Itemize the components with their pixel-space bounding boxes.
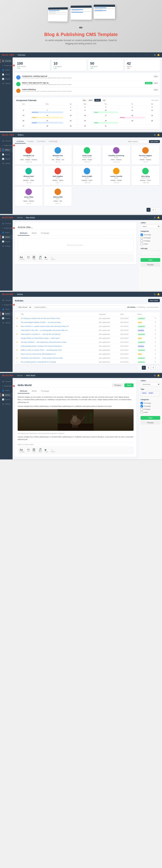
row-edit-btn[interactable]: ✎ xyxy=(155,353,156,355)
tags-area-ad[interactable]: Nature Wildlife xyxy=(140,391,160,397)
editor-tool-heading[interactable]: Aa Heading xyxy=(19,255,25,260)
sidebar-item-writers-na[interactable]: 👤 Writers xyxy=(0,230,12,235)
cal-day[interactable]: 16 xyxy=(77,114,93,119)
cal-day[interactable] xyxy=(146,124,158,128)
cal-day[interactable]: 9 xyxy=(77,109,93,114)
sidebar-item-reports-w[interactable]: 📊 Reports xyxy=(0,157,12,161)
cal-day[interactable]: 2 xyxy=(77,105,93,109)
article-tab-frontpage[interactable]: Frontpage xyxy=(39,231,52,236)
tab-all-writers[interactable]: All Writers xyxy=(15,140,26,144)
sidebar-item-assignments-na[interactable]: ✓ Assignments 6 xyxy=(0,226,12,230)
sidebar-item-overview-al[interactable]: ⊞ Overview xyxy=(0,298,12,302)
sidebar-item-settings-na[interactable]: ⚙ Settings xyxy=(0,244,12,248)
cal-day[interactable]: 4 xyxy=(119,105,146,109)
cal-day[interactable]: 3 xyxy=(93,105,119,109)
editor-tool-photo[interactable]: 🖼 Photo xyxy=(32,255,36,260)
page-btn-next[interactable]: › xyxy=(156,208,160,212)
cal-day[interactable]: 15 xyxy=(64,114,77,119)
save-btn-ad[interactable]: Save xyxy=(124,383,134,387)
topnav-articles-al[interactable]: Articles xyxy=(17,293,23,295)
cal-day[interactable]: 28 xyxy=(31,124,64,128)
bell-icon-al[interactable]: 🔔 xyxy=(157,293,160,296)
save-btn-right-ad[interactable]: Save xyxy=(140,416,160,420)
cat-homepage-ad[interactable] xyxy=(140,405,143,407)
all-articles-filter[interactable]: All Articles xyxy=(127,306,135,308)
cal-day[interactable]: 27 xyxy=(17,124,31,128)
sidebar-item-writers[interactable]: 👤 Writers xyxy=(0,68,12,72)
cal-nav-month[interactable]: Month xyxy=(94,99,101,101)
cat-frontpage-ad[interactable] xyxy=(140,408,143,410)
cal-day[interactable]: 1 xyxy=(64,105,77,109)
author-select-ad[interactable]: Sonia Arnau xyxy=(140,383,160,386)
sidebar-item-writers-w[interactable]: 👤 Writers xyxy=(0,148,12,152)
editor-tool-music[interactable]: 🎵 Music xyxy=(38,255,43,260)
cal-day[interactable] xyxy=(31,105,64,109)
sidebar-item-settings-w[interactable]: ⚙ Settings xyxy=(0,161,12,165)
page-btn-2-al[interactable]: 2 xyxy=(147,366,151,370)
row-edit-btn[interactable]: ✎ xyxy=(155,329,156,331)
article-title-link[interactable]: How to set up a home server with Raspber… xyxy=(21,353,56,355)
cal-day[interactable]: 11 xyxy=(119,109,146,114)
article-title-link[interactable]: Netflix vs Hulu vs Amazon Prime — stream… xyxy=(21,349,62,351)
editor-tool-embed[interactable]: ··· Embed xyxy=(50,255,56,260)
sidebar-item-settings[interactable]: ⚙ Settings xyxy=(0,82,12,86)
task-view-btn-3[interactable]: View xyxy=(153,89,158,91)
row-edit-btn[interactable]: ✎ xyxy=(155,349,156,351)
cal-day[interactable]: 14Publish xyxy=(31,114,64,119)
topnav-writers[interactable]: Writers xyxy=(18,134,23,136)
preview-article-btn[interactable]: Preview xyxy=(140,263,160,267)
articles-filter-select[interactable]: Filter Recent All Articles Published Dra… xyxy=(16,305,32,309)
cat-frontpage[interactable] xyxy=(140,240,143,242)
article-title-link[interactable]: 10 Things you should never do with your … xyxy=(21,317,60,319)
sidebar-item-settings-ad[interactable]: ⚙ Settings xyxy=(0,402,12,406)
sidebar-item-settings-al[interactable]: ⚙ Settings xyxy=(0,321,12,325)
cal-nav-list[interactable]: List xyxy=(101,99,106,101)
topnav-hello-world[interactable]: Hello World xyxy=(26,375,35,377)
articles-search-input[interactable] xyxy=(33,306,126,309)
writer-search-btn[interactable]: New Writer xyxy=(149,140,160,143)
tags-input-area[interactable] xyxy=(140,250,160,256)
cal-day[interactable]: 31 xyxy=(93,124,119,128)
sidebar-item-overview-ad[interactable]: ⊞ Overview xyxy=(0,379,12,383)
sidebar-item-reports-ad[interactable]: 📊 Reports xyxy=(0,398,12,402)
preview-btn-ad[interactable]: Preview xyxy=(112,383,124,387)
cal-day[interactable]: 6 xyxy=(17,109,31,114)
article-title-link[interactable]: The most elegant watches of 2015 — a rou… xyxy=(21,321,61,323)
page-btn-1[interactable]: 1 xyxy=(147,208,151,212)
cal-day[interactable]: 18Meeting xyxy=(119,114,146,119)
sidebar-item-articles-na[interactable]: 📄 Articles xyxy=(0,235,12,239)
article-detail-tab-attributes[interactable]: Attributes xyxy=(18,389,30,394)
grid-icon[interactable]: ⊞ xyxy=(154,54,156,56)
cal-day[interactable]: 26 xyxy=(146,119,158,124)
sidebar-item-reports-na[interactable]: 📊 Reports xyxy=(0,240,12,244)
cal-day[interactable]: 24Holiday xyxy=(93,119,119,124)
sidebar-item-writers-al[interactable]: 👤 Writers xyxy=(0,307,12,311)
page-btn-3-al[interactable]: 3 xyxy=(151,366,155,370)
editor-placeholder[interactable]: Add your story here... xyxy=(18,238,134,252)
published-filter[interactable]: Publishing xyxy=(137,306,145,308)
tab-pending2[interactable]: Pending (2) xyxy=(47,140,59,144)
article-title-link[interactable]: Understanding Docker containers for fron… xyxy=(21,345,62,347)
row-edit-btn[interactable]: ✎ xyxy=(155,325,156,327)
sidebar-item-assignments-w[interactable]: ✓ Assignments 6 xyxy=(0,143,12,148)
cal-day[interactable]: 25 xyxy=(119,119,146,124)
cal-day[interactable]: 19 xyxy=(146,114,158,119)
task-view-btn-1[interactable]: View xyxy=(153,75,158,78)
article-title-link[interactable]: The complete guide to using Sketch for U… xyxy=(21,361,56,363)
row-edit-btn[interactable]: ✎ xyxy=(155,317,156,319)
bell-icon-na[interactable]: 🔔 xyxy=(157,216,160,219)
grid-icon-al[interactable]: ⊞ xyxy=(154,293,156,296)
sidebar-item-overview[interactable]: ⊞ Overview xyxy=(0,59,12,63)
editor-tool-photo-ad[interactable]: 🖼 Photo xyxy=(32,448,36,453)
cat-technology[interactable] xyxy=(140,234,143,236)
drafts-filter[interactable]: Announcements xyxy=(147,306,158,308)
cal-day[interactable]: 22 xyxy=(64,119,77,124)
cal-day[interactable]: 29 xyxy=(64,124,77,128)
editor-tool-text[interactable]: Aa Text xyxy=(27,255,30,260)
task-approve-btn[interactable]: Approve xyxy=(145,82,153,84)
article-detail-tab-media[interactable]: Media xyxy=(30,389,39,394)
article-tab-attributes[interactable]: Attributes xyxy=(18,231,30,236)
topnav-articles-na[interactable]: Articles xyxy=(17,217,23,219)
row-edit-btn[interactable]: ✎ xyxy=(155,341,156,343)
page-btn-2[interactable]: 2 xyxy=(151,208,155,212)
